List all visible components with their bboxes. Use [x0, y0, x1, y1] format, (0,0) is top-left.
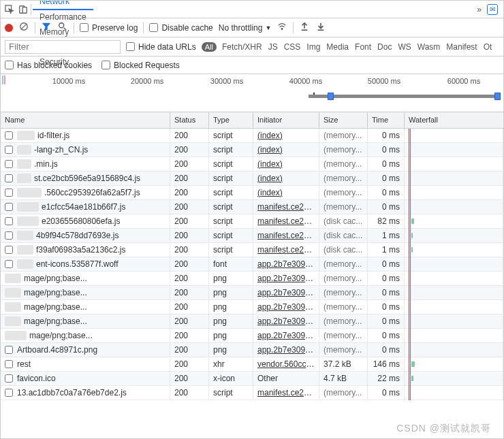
type-filter-ws[interactable]: WS: [398, 42, 411, 52]
initiator-link[interactable]: (index): [253, 186, 319, 200]
type-filter-js[interactable]: JS: [268, 42, 278, 52]
initiator-link[interactable]: app.2b7e309....css: [253, 329, 319, 343]
initiator-link[interactable]: app.2b7e309....css: [253, 314, 319, 329]
type-filter-font[interactable]: Font: [355, 42, 371, 52]
row-checkbox[interactable]: [5, 174, 13, 182]
initiator-link[interactable]: app.2b7e309....css: [253, 272, 319, 286]
type-filter-all[interactable]: All: [202, 42, 217, 52]
more-tabs[interactable]: »: [473, 5, 486, 14]
table-row[interactable]: mage/png;base...200pngapp.2b7e309....css…: [1, 314, 503, 329]
search-icon[interactable]: [57, 22, 68, 33]
row-checkbox[interactable]: [5, 260, 13, 268]
initiator-link[interactable]: app.2b7e309....css: [253, 286, 319, 300]
table-row[interactable]: favicon.ico200x-iconOther4.7 kB22 ms: [1, 372, 503, 386]
initiator-link[interactable]: manifest.ce2bcb5...: [253, 214, 319, 229]
type-filter-manifest[interactable]: Manifest: [446, 42, 477, 52]
type-filter-img[interactable]: Img: [306, 42, 320, 52]
table-row[interactable]: .min.js200script(index)(memory...0 ms: [1, 157, 503, 172]
table-row[interactable]: f39af06983a5a2136c2.js200scriptmanifest.…: [1, 243, 503, 257]
request-name: .560cc2953926fa62a5f7.js: [44, 186, 140, 200]
col-status[interactable]: Status: [170, 112, 209, 128]
throttling-select[interactable]: No throttling▼: [219, 23, 272, 33]
clear-icon[interactable]: [18, 22, 29, 33]
table-row[interactable]: mage/png;base...200pngapp.2b7e309....css…: [1, 286, 503, 300]
hide-data-urls-checkbox[interactable]: Hide data URLs: [126, 42, 196, 52]
type-filter-media[interactable]: Media: [326, 42, 349, 52]
initiator-link[interactable]: (index): [253, 157, 319, 172]
row-checkbox[interactable]: [5, 231, 13, 240]
blocked-requests-checkbox[interactable]: Blocked Requests: [101, 61, 180, 70]
initiator-link[interactable]: manifest.ce2bcb5...: [253, 243, 319, 257]
messages-icon[interactable]: ✉: [487, 4, 498, 15]
initiator-link[interactable]: manifest.ce2bcb5...: [253, 229, 319, 243]
col-time[interactable]: Time: [368, 112, 405, 128]
record-button[interactable]: [5, 24, 13, 32]
request-name: -lang-zh_CN.js: [34, 143, 88, 157]
has-blocked-cookies-checkbox[interactable]: Has blocked cookies: [5, 61, 92, 70]
type-filter-doc[interactable]: Doc: [377, 42, 392, 52]
wifi-icon[interactable]: [277, 22, 287, 33]
initiator-link[interactable]: (index): [253, 129, 319, 143]
table-row[interactable]: mage/png;base...200pngapp.2b7e309....css…: [1, 300, 503, 314]
initiator-link[interactable]: vendor.560cc29......: [253, 357, 319, 372]
timeline-overview[interactable]: 10000 ms20000 ms30000 ms40000 ms50000 ms…: [1, 74, 503, 112]
initiator-link[interactable]: app.2b7e309....css: [253, 300, 319, 314]
row-checkbox[interactable]: [5, 374, 13, 383]
row-checkbox[interactable]: [5, 360, 13, 368]
device-icon[interactable]: [17, 3, 29, 16]
preserve-log-checkbox[interactable]: Preserve log: [80, 23, 138, 33]
table-row[interactable]: .560cc2953926fa62a5f7.js200script(index)…: [1, 186, 503, 200]
type-filter-css[interactable]: CSS: [284, 42, 301, 52]
type-filter-ot[interactable]: Ot: [484, 42, 492, 52]
row-checkbox[interactable]: [5, 389, 13, 397]
row-checkbox[interactable]: [5, 189, 13, 197]
type-filter-wasm[interactable]: Wasm: [418, 42, 441, 52]
table-row[interactable]: 4b9f94c578dd7693e.js200scriptmanifest.ce…: [1, 229, 503, 243]
inspect-icon[interactable]: [3, 3, 16, 16]
row-checkbox[interactable]: [5, 160, 13, 168]
initiator-link[interactable]: (index): [253, 143, 319, 157]
initiator-link[interactable]: manifest.ce2bcb5...: [253, 386, 319, 400]
download-icon[interactable]: [315, 22, 326, 33]
timeline-handle-right[interactable]: [494, 93, 501, 100]
initiator-link[interactable]: manifest.ce2bcb5...: [253, 200, 319, 214]
tab-network[interactable]: Network: [33, 0, 93, 10]
request-name: favicon.ico: [17, 372, 56, 386]
svg-point-7: [282, 29, 283, 30]
table-row[interactable]: id-filter.js200script(index)(memory...0 …: [1, 129, 503, 143]
table-row[interactable]: ent-icons.535877f.woff200fontapp.2b7e309…: [1, 257, 503, 272]
col-initiator[interactable]: Initiator: [253, 112, 319, 128]
table-row[interactable]: mage/png;base...200pngapp.2b7e309....css…: [1, 329, 503, 343]
col-size[interactable]: Size: [319, 112, 368, 128]
row-checkbox[interactable]: [5, 346, 13, 354]
col-waterfall[interactable]: Waterfall: [405, 112, 503, 128]
row-checkbox[interactable]: [5, 146, 13, 154]
row-checkbox[interactable]: [5, 217, 13, 225]
timeline-handle-left[interactable]: [328, 93, 334, 100]
filter-input[interactable]: [5, 40, 121, 54]
upload-icon[interactable]: [299, 22, 310, 33]
initiator-link[interactable]: app.2b7e309....css: [253, 257, 319, 272]
col-name[interactable]: Name: [1, 112, 170, 128]
table-row[interactable]: rest200xhrvendor.560cc29......37.2 kB146…: [1, 357, 503, 372]
table-row[interactable]: e203655680806efa.js200scriptmanifest.ce2…: [1, 214, 503, 229]
table-row[interactable]: e1cfcc54ae181b66f7.js200scriptmanifest.c…: [1, 200, 503, 214]
row-checkbox[interactable]: [5, 203, 13, 211]
initiator-link[interactable]: (index): [253, 172, 319, 186]
initiator-link[interactable]: Other: [253, 372, 319, 386]
filter-toggle-icon[interactable]: [41, 22, 52, 33]
timeline-tick: 60000 ms: [447, 77, 480, 85]
disable-cache-checkbox[interactable]: Disable cache: [149, 23, 212, 33]
table-row[interactable]: Artboard.4c8971c.png200pngapp.2b7e309...…: [1, 343, 503, 357]
table-row[interactable]: -lang-zh_CN.js200script(index)(memory...…: [1, 143, 503, 157]
type-filter-fetchxhr[interactable]: Fetch/XHR: [222, 42, 262, 52]
row-checkbox[interactable]: [5, 246, 13, 254]
svg-rect-2: [22, 7, 27, 13]
row-checkbox[interactable]: [5, 131, 13, 140]
table-row[interactable]: st.ce2bcb596e5a915689c4.js200script(inde…: [1, 172, 503, 186]
col-type[interactable]: Type: [209, 112, 253, 128]
table-row[interactable]: 13.ac1dbb7c0a7a76eb7de2.js200scriptmanif…: [1, 386, 503, 400]
initiator-link[interactable]: app.2b7e309....css: [253, 343, 319, 357]
request-name: f39af06983a5a2136c2.js: [36, 243, 125, 257]
table-row[interactable]: mage/png;base...200pngapp.2b7e309....css…: [1, 272, 503, 286]
